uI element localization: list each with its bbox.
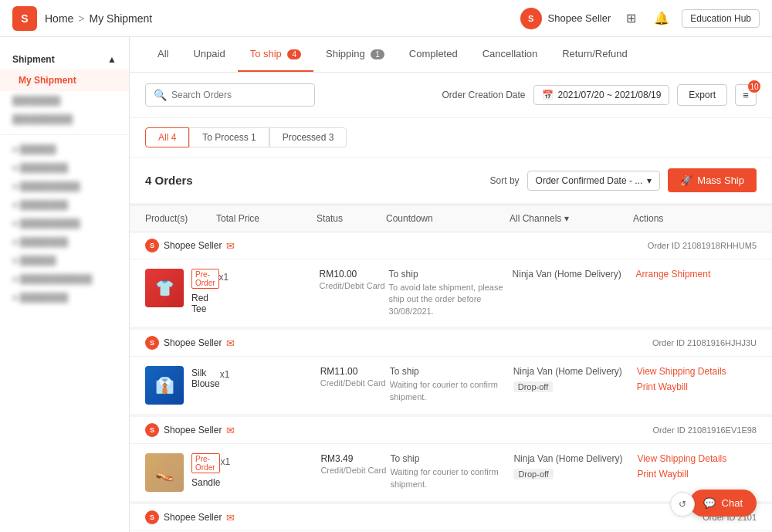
scroll-to-top-button[interactable]: ↺ (670, 492, 695, 517)
tab-completed[interactable]: Completed (397, 37, 470, 72)
pre-order-badge-1: Pre-Order (191, 269, 219, 289)
sidebar-item-blurred-2: ██████████ (0, 110, 129, 128)
filter-button[interactable]: ≡ 10 (735, 84, 757, 106)
col-countdown: Countdown (386, 213, 510, 224)
orders-right: Sort by Order Confirmed Date - ... ▾ 🚀 M… (490, 168, 757, 192)
dropoff-badge-3: Drop-off (513, 469, 554, 479)
status-desc-3: Waiting for courier to confirm shipment. (390, 466, 513, 490)
date-range-value: 2021/07/20 ~ 2021/08/19 (558, 90, 662, 100)
sub-tab-processed[interactable]: Processed 3 (269, 127, 347, 147)
toolbar-right: Order Creation Date 📅 2021/07/20 ~ 2021/… (442, 84, 757, 106)
sidebar-section-shipment: Shipment ▲ My Shipment ████████ ████████… (0, 49, 129, 128)
search-input[interactable] (171, 90, 306, 100)
sidebar-section-blurred-1: ■ ██████ (0, 140, 129, 158)
product-details-1: Pre-Order Red Tee (191, 269, 219, 314)
view-shipping-details-link-3[interactable]: View Shipping Details (637, 453, 760, 464)
seller-mail-icon-4[interactable]: ✉ (226, 512, 235, 524)
product-cell-3: 👡 Pre-Order Sandle (145, 453, 220, 492)
seller-mail-icon-3[interactable]: ✉ (226, 425, 235, 436)
order-seller-bar-3: S Shopee Seller ✉ Order ID 21081916EV1E9… (130, 417, 772, 444)
education-hub-button[interactable]: Education Hub (682, 9, 760, 28)
col-channels[interactable]: All Channels ▾ (510, 213, 633, 224)
grid-icon[interactable]: ⊞ (620, 8, 642, 29)
mass-ship-label: Mass Ship (697, 175, 744, 186)
channel-name-2: Ninja Van (Home Delivery) (513, 366, 637, 377)
order-seller-bar-1: S Shopee Seller ✉ Order ID 21081918RHHUM… (130, 232, 772, 259)
ship-icon: 🚀 (680, 175, 692, 186)
tab-shipping-badge: 1 (371, 49, 384, 59)
main-content: All Unpaid To ship 4 Shipping 1 Complete… (130, 37, 772, 532)
seller-icon-2: S (145, 336, 159, 350)
price-cell-1: RM10.00 Credit/Debit Card (320, 269, 389, 290)
scroll-icon: ↺ (679, 499, 686, 510)
chat-button[interactable]: 💬 Chat (689, 490, 757, 517)
breadcrumb: Home > My Shipment (45, 12, 520, 25)
actions-cell-2: View Shipping Details Print Waybill (637, 366, 760, 392)
sidebar-section-blurred-6: ■ ████████ (0, 232, 129, 251)
payment-method-2: Credit/Debit Card (320, 378, 390, 388)
tabs-bar: All Unpaid To ship 4 Shipping 1 Complete… (130, 37, 772, 73)
col-product: Product(s) (145, 213, 216, 224)
sidebar-item-blurred-1: ████████ (0, 91, 129, 110)
product-cell-1: 👕 Pre-Order Red Tee (145, 269, 219, 314)
mass-ship-button[interactable]: 🚀 Mass Ship (668, 168, 757, 192)
body-wrapper: Shipment ▲ My Shipment ████████ ████████… (0, 37, 772, 532)
arrange-shipment-link-1[interactable]: Arrange Shipment (636, 269, 760, 280)
status-cell-3: To ship Waiting for courier to confirm s… (390, 453, 513, 490)
view-shipping-details-link-2[interactable]: View Shipping Details (637, 366, 760, 377)
tab-return-refund[interactable]: Return/Refund (550, 37, 640, 72)
product-image-1: 👕 (145, 269, 184, 307)
seller-info-1: S Shopee Seller ✉ (145, 239, 235, 252)
filter-badge: 10 (748, 80, 760, 93)
actions-cell-3: View Shipping Details Print Waybill (637, 453, 760, 479)
product-details-3: Pre-Order Sandle (191, 453, 220, 488)
search-icon: 🔍 (154, 89, 167, 101)
seller-mail-icon-2[interactable]: ✉ (226, 337, 235, 349)
seller-mail-icon-1[interactable]: ✉ (226, 240, 235, 252)
order-seller-bar-2: S Shopee Seller ✉ Order ID 21081916HJHJ3… (130, 330, 772, 357)
product-image-3: 👡 (145, 453, 184, 492)
sidebar-section-header[interactable]: Shipment ▲ (0, 49, 129, 69)
tab-cancellation[interactable]: Cancellation (470, 37, 550, 72)
channel-cell-3: Ninja Van (Home Delivery) Drop-off (513, 453, 637, 479)
product-image-2: 👔 (145, 366, 184, 405)
seller-label-3: Shopee Seller (164, 425, 222, 435)
print-waybill-link-2[interactable]: Print Waybill (637, 381, 760, 392)
channel-cell-1: Ninja Van (Home Delivery) (513, 269, 636, 281)
breadcrumb-home[interactable]: Home (45, 12, 73, 25)
sidebar-item-my-shipment[interactable]: My Shipment (0, 69, 129, 91)
price-amount-3: RM3.49 (320, 453, 390, 464)
product-name-3: Sandle (191, 477, 220, 488)
order-row-3: S Shopee Seller ✉ Order ID 21081916EV1E9… (130, 417, 772, 504)
seller-profile[interactable]: S Shopee Seller (520, 8, 611, 29)
date-range-picker[interactable]: 📅 2021/07/20 ~ 2021/08/19 (533, 85, 670, 105)
sub-tab-to-process[interactable]: To Process 1 (189, 127, 269, 147)
export-button[interactable]: Export (677, 84, 727, 106)
orders-count: 4 Orders (145, 174, 193, 187)
tab-to-ship[interactable]: To ship 4 (238, 37, 313, 72)
qty-cell-2: x1 (220, 366, 320, 380)
tab-unpaid[interactable]: Unpaid (181, 37, 237, 72)
channel-name-3: Ninja Van (Home Delivery) (513, 453, 637, 464)
print-waybill-link-3[interactable]: Print Waybill (637, 469, 760, 479)
seller-label-2: Shopee Seller (164, 337, 222, 348)
pre-order-badge-3: Pre-Order (191, 453, 220, 473)
tab-shipping[interactable]: Shipping 1 (313, 37, 397, 72)
order-id-3: Order ID 21081916EV1E98 (652, 425, 757, 435)
seller-name-label: Shopee Seller (548, 12, 611, 24)
status-cell-1: To ship To avoid late shipment, please s… (389, 269, 513, 317)
order-id-2: Order ID 21081916HJHJ3U (652, 338, 757, 347)
search-box[interactable]: 🔍 (145, 83, 315, 107)
chat-label: Chat (722, 497, 743, 509)
tab-all[interactable]: All (145, 37, 181, 72)
sort-label: Sort by (490, 175, 520, 186)
filter-icon: ≡ (743, 90, 749, 101)
seller-info-4: S Shopee Seller ✉ (145, 510, 235, 524)
sidebar-section-blurred-4: ■ ████████ (0, 195, 129, 214)
notification-bell-icon[interactable]: 🔔 (651, 8, 672, 29)
orders-table: Product(s) Total Price Status Countdown … (130, 205, 772, 532)
chat-icon: 💬 (703, 497, 716, 509)
sub-tab-all[interactable]: All 4 (145, 127, 189, 147)
sort-dropdown[interactable]: Order Confirmed Date - ... ▾ (527, 171, 661, 191)
table-header: Product(s) Total Price Status Countdown … (130, 205, 772, 232)
